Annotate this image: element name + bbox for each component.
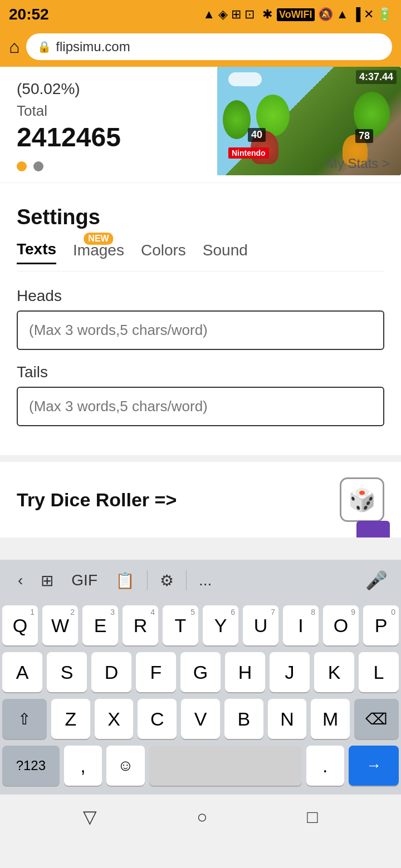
video-timer: 4:37.44 [356, 70, 397, 84]
main-content: (50.02%) Total 2412465 40 78 Nintendo 4:… [0, 67, 401, 560]
score-badge-2: 78 [355, 129, 373, 143]
key-e[interactable]: E3 [82, 605, 118, 645]
url-text: flipsimu.com [56, 39, 130, 55]
tab-colors[interactable]: Colors [141, 241, 186, 264]
heads-input[interactable] [17, 310, 384, 350]
key-k[interactable]: K [314, 652, 354, 692]
settings-title: Settings [17, 205, 384, 229]
lock-icon: 🔒 [37, 40, 51, 53]
address-field[interactable]: 🔒 flipsimu.com [26, 33, 392, 60]
score-badge-1: 40 [248, 128, 266, 142]
keyboard-row-4: ?123 , ☺ . → [2, 746, 399, 786]
home-icon[interactable]: ⌂ [9, 37, 19, 57]
emoji-key[interactable]: ☺ [106, 746, 144, 786]
settings-section: Settings Texts NEW Images Colors Sound H… [0, 190, 401, 455]
dot-2[interactable] [33, 161, 43, 171]
backspace-key[interactable]: ⌫ [354, 699, 399, 739]
nav-recents-button[interactable]: □ [307, 807, 317, 827]
keyboard-back-button[interactable]: ‹ [9, 567, 32, 594]
period-key[interactable]: . [306, 746, 344, 786]
stats-card: (50.02%) Total 2412465 40 78 Nintendo 4:… [0, 67, 401, 183]
tab-texts[interactable]: Texts [17, 240, 56, 264]
tails-input[interactable] [17, 387, 384, 426]
address-bar: ⌂ 🔒 flipsimu.com [0, 29, 401, 67]
comma-key[interactable]: , [64, 746, 102, 786]
key-u[interactable]: U7 [243, 605, 278, 645]
clipboard-button[interactable]: 📋 [106, 567, 144, 594]
settings-tabs: Texts NEW Images Colors Sound [17, 240, 384, 272]
key-h[interactable]: H [225, 652, 265, 692]
key-r[interactable]: R4 [123, 605, 158, 645]
more-button[interactable]: ... [190, 567, 221, 594]
keyboard-row-1: Q1 W2 E3 R4 T5 Y6 U7 I8 O9 P0 [2, 605, 399, 645]
tree-decoration-1 [223, 100, 251, 139]
enter-key[interactable]: → [349, 746, 399, 786]
status-icons: ▲ ◈ ⊞ ⊡ ✱ VoWIFI 🔕 ▲ ▐ ✕ 🔋 [203, 7, 392, 22]
key-c[interactable]: C [138, 699, 177, 739]
wifi-icon: ▲ [336, 7, 349, 22]
tab-images[interactable]: NEW Images [73, 241, 124, 264]
status-time: 20:52 [9, 6, 49, 23]
mute-icon: 🔕 [318, 7, 333, 22]
toolbar-separator [147, 570, 148, 590]
dot-1[interactable] [17, 161, 27, 171]
nav-bar: ▽ ○ □ [0, 795, 401, 839]
key-n[interactable]: N [268, 699, 307, 739]
battery-icon: 🔋 [377, 7, 392, 22]
key-d[interactable]: D [91, 652, 131, 692]
bluetooth-icon: ✱ [262, 7, 272, 22]
nav-back-button[interactable]: ▽ [83, 806, 97, 827]
gif-button[interactable]: GIF [62, 567, 106, 594]
space-key[interactable] [149, 746, 302, 786]
discord-icon: ◈ [218, 7, 228, 22]
arcore-icon: ▲ [203, 7, 215, 22]
sticker-button[interactable]: ⊞ [32, 567, 62, 594]
keyboard-row-2: A S D F G H J K L [2, 652, 399, 692]
my-stats-link[interactable]: My Stats > [326, 156, 390, 171]
dice-roller-text: Try Dice Roller => [17, 489, 177, 511]
cloud-decoration [228, 72, 262, 86]
bottom-partial [0, 537, 401, 560]
vowifi-badge: VoWIFI [277, 8, 315, 21]
key-p[interactable]: P0 [363, 605, 399, 645]
key-i[interactable]: I8 [283, 605, 319, 645]
key-x[interactable]: X [95, 699, 134, 739]
game-icon1: ⊞ [231, 7, 241, 22]
shift-key[interactable]: ⇧ [2, 699, 47, 739]
key-q[interactable]: Q1 [2, 605, 38, 645]
key-b[interactable]: B [224, 699, 263, 739]
key-o[interactable]: O9 [323, 605, 359, 645]
key-w[interactable]: W2 [42, 605, 78, 645]
key-z[interactable]: Z [51, 699, 90, 739]
keyboard: Q1 W2 E3 R4 T5 Y6 U7 I8 O9 P0 A S D F G … [0, 601, 401, 795]
dice-roller-section[interactable]: Try Dice Roller => 🎲 [0, 455, 401, 537]
new-badge: NEW [84, 233, 113, 245]
tab-sound[interactable]: Sound [203, 241, 248, 264]
nav-home-button[interactable]: ○ [197, 807, 207, 827]
key-j[interactable]: J [270, 652, 310, 692]
key-t[interactable]: T5 [163, 605, 198, 645]
toolbar-separator-2 [186, 570, 187, 590]
game-icon2: ⊡ [244, 7, 255, 22]
key-s[interactable]: S [47, 652, 87, 692]
keyboard-toolbar: ‹ ⊞ GIF 📋 ⚙ ... 🎤 [0, 560, 401, 601]
x-icon: ✕ [364, 7, 374, 22]
key-f[interactable]: F [136, 652, 176, 692]
key-v[interactable]: V [181, 699, 220, 739]
settings-button[interactable]: ⚙ [151, 567, 183, 594]
dice-icon: 🎲 [340, 477, 384, 522]
status-bar: 20:52 ▲ ◈ ⊞ ⊡ ✱ VoWIFI 🔕 ▲ ▐ ✕ 🔋 [0, 0, 401, 29]
key-y[interactable]: Y6 [203, 605, 238, 645]
keyboard-row-3: ⇧ Z X C V B N M ⌫ [2, 699, 399, 739]
key-a[interactable]: A [2, 652, 42, 692]
key-m[interactable]: M [311, 699, 350, 739]
tails-label: Tails [17, 363, 384, 381]
mic-button[interactable]: 🎤 [361, 565, 392, 595]
key-g[interactable]: G [180, 652, 221, 692]
key-l[interactable]: L [359, 652, 399, 692]
heads-label: Heads [17, 287, 384, 305]
nintendo-badge: Nintendo [228, 147, 269, 159]
signal-icon: ▐ [351, 7, 360, 22]
symbols-key[interactable]: ?123 [2, 746, 60, 786]
